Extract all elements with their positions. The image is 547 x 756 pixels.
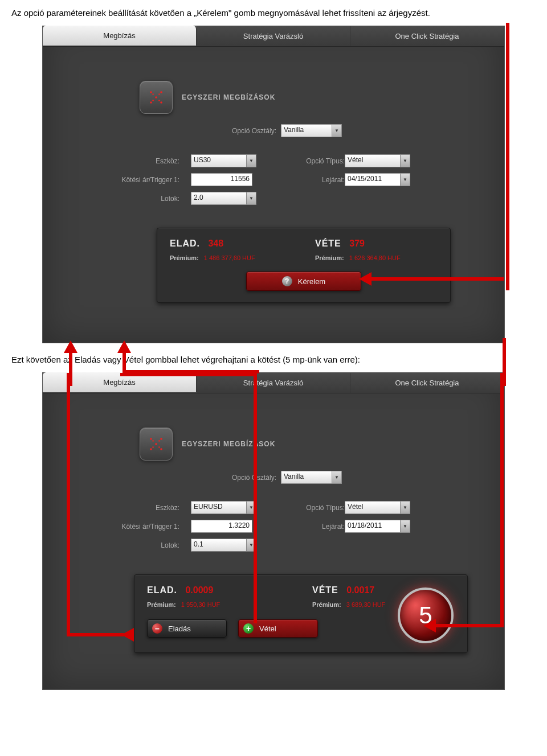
help-icon: ? xyxy=(282,276,292,286)
lots-select[interactable]: 0.1▼ xyxy=(191,539,259,552)
request-button-label: Kérelem xyxy=(298,277,325,286)
quote-panel: ELAD. 0.0009 Prémium: 1 950,30 HUF VÉTE … xyxy=(134,574,468,653)
strike-input[interactable]: 11556 xyxy=(191,173,259,186)
svg-point-2 xyxy=(155,96,157,98)
svg-point-6 xyxy=(158,93,160,95)
buy-premium: 3 689,30 HUF xyxy=(346,601,385,608)
premium-label-sell: Prémium: xyxy=(170,254,199,261)
option-class-select[interactable]: Vanilla ▼ xyxy=(281,124,342,137)
tab-bar: Megbízás Stratégia Varázsló One Click St… xyxy=(43,373,504,393)
label-option-class: Opció Osztály: xyxy=(225,474,276,482)
expiry-select[interactable]: 01/18/2011▼ xyxy=(345,520,413,533)
options-icon xyxy=(140,428,173,461)
svg-point-11 xyxy=(155,443,157,445)
options-icon xyxy=(140,81,173,114)
label-strike: Kötési ár/Trigger 1: xyxy=(117,523,179,531)
premium-label-buy: Prémium: xyxy=(312,601,341,608)
chevron-down-icon: ▼ xyxy=(401,173,410,186)
chevron-down-icon: ▼ xyxy=(401,520,410,533)
section-title: EGYSZERI MEGBÍZÁSOK xyxy=(182,440,275,448)
svg-point-17 xyxy=(158,446,160,448)
plus-icon: + xyxy=(243,623,254,634)
sell-label: ELAD. xyxy=(170,239,200,249)
chevron-down-icon: ▼ xyxy=(247,501,256,514)
chevron-down-icon: ▼ xyxy=(401,501,410,514)
expiry-select[interactable]: 04/15/2011▼ xyxy=(345,173,413,186)
option-type-select[interactable]: Vétel▼ xyxy=(345,501,413,514)
sell-premium: 1 486 377,60 HUF xyxy=(204,254,255,261)
option-type-select[interactable]: Vétel▼ xyxy=(345,154,413,167)
tab-bar: Megbízás Stratégia Varázsló One Click St… xyxy=(43,26,504,47)
buy-value: 0.0017 xyxy=(346,585,374,595)
svg-point-3 xyxy=(150,101,152,104)
svg-point-14 xyxy=(152,440,154,442)
svg-point-8 xyxy=(158,100,160,101)
label-option-type: Opció Típus: xyxy=(282,504,345,512)
svg-point-5 xyxy=(152,93,154,95)
label-expiry: Lejárat: xyxy=(282,176,345,184)
sell-value: 348 xyxy=(208,239,223,248)
instrument-select[interactable]: EURUSD▼ xyxy=(191,501,259,514)
caption-2: Ezt követően az Eladás vagy Vétel gombba… xyxy=(11,355,536,364)
label-expiry: Lejárat: xyxy=(282,523,345,531)
svg-point-7 xyxy=(152,100,154,101)
chevron-down-icon: ▼ xyxy=(247,539,256,552)
label-lots: Lotok: xyxy=(117,195,179,203)
sell-premium: 1 950,30 HUF xyxy=(181,601,220,608)
label-lots: Lotok: xyxy=(117,541,179,549)
svg-point-12 xyxy=(150,448,152,450)
label-instrument: Eszköz: xyxy=(117,504,179,512)
svg-point-15 xyxy=(158,440,160,442)
sell-label: ELAD. xyxy=(147,585,177,595)
minus-icon: – xyxy=(152,623,162,634)
buy-label: VÉTE xyxy=(315,239,341,249)
instrument-select[interactable]: US30▼ xyxy=(191,154,259,167)
app-window-2: Megbízás Stratégia Varázsló One Click St… xyxy=(42,372,505,690)
svg-point-13 xyxy=(160,448,162,450)
buy-value: 379 xyxy=(349,239,365,248)
caption-1: Az opció paramétereinek beállítását köve… xyxy=(11,8,536,18)
chevron-down-icon: ▼ xyxy=(247,192,256,205)
tab-order[interactable]: Megbízás xyxy=(43,372,197,392)
tab-one-click[interactable]: One Click Stratégia xyxy=(350,373,504,393)
tab-strategy-wizard[interactable]: Stratégia Varázsló xyxy=(197,26,350,46)
svg-point-9 xyxy=(150,438,152,440)
chevron-down-icon: ▼ xyxy=(332,124,342,137)
tab-one-click[interactable]: One Click Stratégia xyxy=(350,26,504,46)
tab-order[interactable]: Megbízás xyxy=(43,26,197,46)
buy-premium: 1 626 364,80 HUF xyxy=(349,254,401,261)
strike-input[interactable]: 1.3220 xyxy=(191,520,259,533)
label-strike: Kötési ár/Trigger 1: xyxy=(117,176,179,184)
label-instrument: Eszköz: xyxy=(117,157,179,165)
buy-button[interactable]: + Vétel xyxy=(238,619,318,638)
label-option-class: Opció Osztály: xyxy=(225,127,276,135)
sell-value: 0.0009 xyxy=(185,585,213,595)
sell-button[interactable]: – Eladás xyxy=(147,619,227,638)
tab-strategy-wizard[interactable]: Stratégia Varázsló xyxy=(197,373,350,393)
request-button[interactable]: ? Kérelem xyxy=(246,272,361,291)
quote-panel: ELAD. 348 Prémium: 1 486 377,60 HUF VÉTE… xyxy=(157,228,451,303)
lots-select[interactable]: 2.0▼ xyxy=(191,192,259,205)
premium-label-buy: Prémium: xyxy=(315,254,344,261)
chevron-down-icon: ▼ xyxy=(401,154,410,167)
buy-button-label: Vétel xyxy=(259,624,276,633)
label-option-type: Opció Típus: xyxy=(282,157,345,165)
chevron-down-icon: ▼ xyxy=(247,154,256,167)
chevron-down-icon: ▼ xyxy=(332,471,342,484)
svg-point-0 xyxy=(150,91,152,93)
option-class-select[interactable]: Vanilla ▼ xyxy=(281,471,342,484)
buy-label: VÉTE xyxy=(312,585,338,595)
svg-point-10 xyxy=(160,438,162,440)
svg-point-16 xyxy=(152,446,154,448)
sell-button-label: Eladás xyxy=(168,624,191,633)
premium-label-sell: Prémium: xyxy=(147,601,176,608)
section-title: EGYSZERI MEGBÍZÁSOK xyxy=(182,93,275,101)
countdown-timer: 5 xyxy=(398,587,454,643)
svg-point-1 xyxy=(160,91,162,93)
app-window-1: Megbízás Stratégia Varázsló One Click St… xyxy=(42,26,505,343)
svg-point-4 xyxy=(160,101,162,104)
